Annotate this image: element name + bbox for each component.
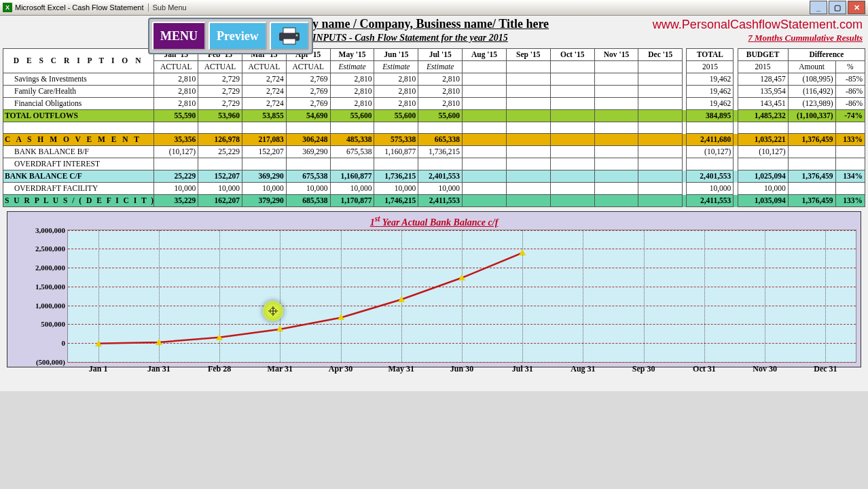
cell[interactable]: 369,290 (286, 146, 330, 158)
cell[interactable]: (10,127) (154, 146, 198, 158)
cell-total[interactable]: 384,895 (687, 110, 734, 122)
cell[interactable]: 379,290 (242, 195, 286, 207)
cell-diff[interactable] (788, 146, 835, 158)
cell-total[interactable]: 19,462 (687, 86, 734, 98)
cell[interactable]: 53,960 (198, 110, 242, 122)
table-row[interactable]: BANK BALANCE C/F25,229152,207369,290675,… (3, 170, 865, 183)
cell[interactable] (638, 158, 683, 170)
cell-budget[interactable]: 1,025,094 (738, 170, 788, 183)
cell-total[interactable]: 10,000 (687, 183, 734, 195)
cell-budget[interactable]: 143,451 (738, 98, 788, 110)
cell-total[interactable]: 2,411,553 (687, 195, 734, 207)
cell-diff[interactable]: (108,995) (788, 73, 835, 86)
cell-budget[interactable]: 128,457 (738, 73, 788, 86)
cell[interactable] (638, 110, 683, 122)
table-row[interactable] (3, 122, 865, 134)
cell[interactable] (594, 195, 638, 207)
cell[interactable] (242, 122, 286, 134)
cell[interactable] (154, 158, 198, 170)
menu-button[interactable]: MENU (152, 22, 206, 50)
cell[interactable]: 685,538 (286, 195, 330, 207)
table-row[interactable]: S U R P L U S / ( D E F I C I T )35,2291… (3, 195, 865, 207)
cell[interactable] (550, 170, 594, 183)
cell[interactable]: 55,600 (330, 110, 374, 122)
cell[interactable]: 2,810 (374, 98, 418, 110)
cell[interactable] (198, 122, 242, 134)
cell[interactable] (506, 146, 550, 158)
cell[interactable] (638, 98, 683, 110)
cell[interactable]: 485,338 (330, 134, 374, 146)
cell[interactable]: 2,810 (418, 73, 463, 86)
cell[interactable] (550, 195, 594, 207)
table-row[interactable]: OVERDRAFT INTEREST (3, 158, 865, 170)
cell[interactable]: 2,810 (154, 98, 198, 110)
cell[interactable]: 2,729 (198, 98, 242, 110)
cell[interactable]: 2,769 (286, 98, 330, 110)
cell-pct[interactable]: -85% (835, 73, 865, 86)
cell[interactable] (463, 110, 507, 122)
cell-diff[interactable]: (123,989) (788, 98, 835, 110)
cell[interactable] (550, 146, 594, 158)
table-row[interactable]: Family Care/Health2,8102,7292,7242,7692,… (3, 86, 865, 98)
cell[interactable] (506, 134, 550, 146)
cell[interactable]: 2,810 (154, 73, 198, 86)
cell[interactable]: 10,000 (154, 183, 198, 195)
cell[interactable]: 55,600 (418, 110, 463, 122)
cell-diff[interactable] (788, 122, 835, 134)
cell-pct[interactable]: 134% (835, 170, 865, 183)
cell[interactable] (638, 146, 683, 158)
cell-total[interactable]: 19,462 (687, 73, 734, 86)
cell[interactable]: 10,000 (374, 183, 418, 195)
cell[interactable]: 25,229 (198, 146, 242, 158)
cell-diff[interactable]: 1,376,459 (788, 134, 835, 146)
cell[interactable] (463, 170, 507, 183)
cell[interactable]: 2,810 (418, 86, 463, 98)
cell[interactable] (594, 110, 638, 122)
cell[interactable]: 217,083 (242, 134, 286, 146)
cell[interactable] (638, 122, 683, 134)
cell-pct[interactable]: 133% (835, 134, 865, 146)
cell[interactable] (198, 158, 242, 170)
cell[interactable]: 2,769 (286, 73, 330, 86)
cell[interactable]: 25,229 (154, 170, 198, 183)
cell[interactable]: 2,810 (374, 73, 418, 86)
cell[interactable] (550, 183, 594, 195)
chart-plot-area[interactable]: (500,000)0500,0001,000,0001,500,0002,000… (67, 230, 856, 363)
cell[interactable]: 675,538 (286, 170, 330, 183)
cell[interactable] (550, 86, 594, 98)
cell[interactable]: 575,338 (374, 134, 418, 146)
cell[interactable] (506, 183, 550, 195)
cell[interactable] (594, 98, 638, 110)
cell-diff[interactable]: (1,100,337) (788, 110, 835, 122)
cell[interactable] (638, 86, 683, 98)
cell-diff[interactable] (788, 158, 835, 170)
cell-total[interactable]: 2,411,680 (687, 134, 734, 146)
cell[interactable] (550, 134, 594, 146)
cell[interactable] (154, 122, 198, 134)
table-row[interactable]: BANK BALANCE B/F(10,127)25,229152,207369… (3, 146, 865, 158)
table-row[interactable]: TOTAL OUTFLOWS55,59053,96053,85554,69055… (3, 110, 865, 122)
cell[interactable]: 675,538 (330, 146, 374, 158)
cell[interactable]: 2,724 (242, 98, 286, 110)
print-button[interactable] (270, 22, 309, 50)
cell[interactable] (463, 98, 507, 110)
cell[interactable]: 54,690 (286, 110, 330, 122)
cell[interactable]: 162,207 (198, 195, 242, 207)
cell-total[interactable]: 2,401,553 (687, 170, 734, 183)
cell[interactable] (550, 110, 594, 122)
submenu-label[interactable]: Sub Menu (148, 3, 187, 12)
cell[interactable] (638, 183, 683, 195)
cell[interactable] (330, 158, 374, 170)
maximize-button[interactable]: ▢ (829, 1, 846, 14)
cell-pct[interactable]: 133% (835, 195, 865, 207)
cell[interactable]: 2,401,553 (418, 170, 463, 183)
cell-total[interactable] (687, 158, 734, 170)
data-marker[interactable] (156, 339, 162, 345)
cell[interactable] (638, 195, 683, 207)
cell[interactable] (506, 170, 550, 183)
cell-total[interactable] (687, 122, 734, 134)
cell[interactable] (594, 158, 638, 170)
cell-diff[interactable]: 1,376,459 (788, 170, 835, 183)
cell[interactable]: 2,810 (154, 86, 198, 98)
table-row[interactable]: C A S H M O V E M E N T35,356126,978217,… (3, 134, 865, 146)
